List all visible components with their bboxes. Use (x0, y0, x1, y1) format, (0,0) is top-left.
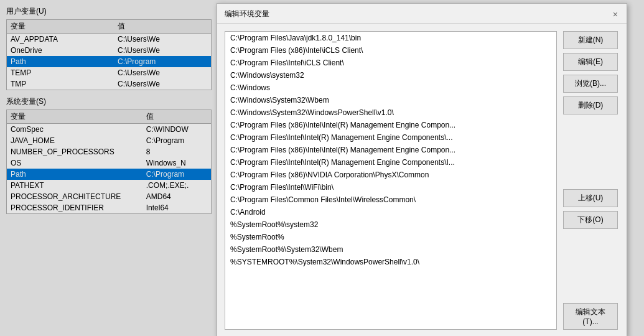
modal-titlebar: 编辑环境变量 × (217, 4, 627, 24)
list-item[interactable]: C:\Program Files (x86)\NVIDIA Corporatio… (225, 169, 556, 181)
path-list[interactable]: C:\Program Files\Java\jdk1.8.0_141\binC:… (225, 31, 557, 330)
modal-body: C:\Program Files\Java\jdk1.8.0_141\binC:… (217, 24, 627, 336)
list-item[interactable]: %SystemRoot%\system32 (225, 218, 556, 231)
list-item[interactable]: C:\Program Files\Intel\WiFi\bin\ (225, 181, 556, 194)
edit-button[interactable]: 编辑(E) (563, 53, 618, 71)
button-panel: 新建(N) 编辑(E) 浏览(B)... 删除(D) 上移(U) 下移(O) 编… (563, 31, 619, 330)
list-item[interactable]: C:\Android (225, 206, 556, 218)
list-item[interactable]: %SYSTEMROOT%\System32\WindowsPowerShell\… (225, 256, 556, 268)
list-item[interactable]: C:\Program Files\Intel\Intel(R) Manageme… (225, 131, 556, 144)
edit-env-dialog: 编辑环境变量 × C:\Program Files\Java\jdk1.8.0_… (217, 3, 627, 336)
move-down-button[interactable]: 下移(O) (563, 211, 618, 229)
move-up-button[interactable]: 上移(U) (563, 189, 618, 207)
list-item[interactable]: %SystemRoot%\System32\Wbem (225, 243, 556, 256)
list-item[interactable]: C:\Program Files\Java\jdk1.8.0_141\bin (225, 32, 556, 44)
modal-title: 编辑环境变量 (225, 9, 269, 19)
list-item[interactable]: C:\Program Files\Intel\Intel(R) Manageme… (225, 156, 556, 169)
list-item[interactable]: C:\Windows\System32\Wbem (225, 94, 556, 106)
new-button[interactable]: 新建(N) (563, 31, 618, 49)
list-item[interactable]: C:\Windows (225, 82, 556, 94)
edit-text-button[interactable]: 编辑文本(T)... (563, 303, 618, 330)
list-item[interactable]: C:\Program Files\Intel\iCLS Client\ (225, 57, 556, 69)
list-item[interactable]: C:\Program Files (x86)\Intel\Intel(R) Ma… (225, 144, 556, 156)
list-item[interactable]: C:\Windows\system32 (225, 69, 556, 82)
delete-button[interactable]: 删除(D) (563, 96, 618, 114)
list-item[interactable]: C:\Program Files\Common Files\Intel\Wire… (225, 194, 556, 206)
list-item[interactable]: %SystemRoot% (225, 231, 556, 243)
list-item[interactable]: C:\Windows\System32\WindowsPowerShell\v1… (225, 106, 556, 119)
browse-button[interactable]: 浏览(B)... (563, 75, 618, 93)
modal-close-button[interactable]: × (612, 10, 619, 19)
list-item[interactable]: C:\Program Files (x86)\Intel\Intel(R) Ma… (225, 119, 556, 131)
list-item[interactable]: C:\Program Files (x86)\Intel\iCLS Client… (225, 44, 556, 57)
